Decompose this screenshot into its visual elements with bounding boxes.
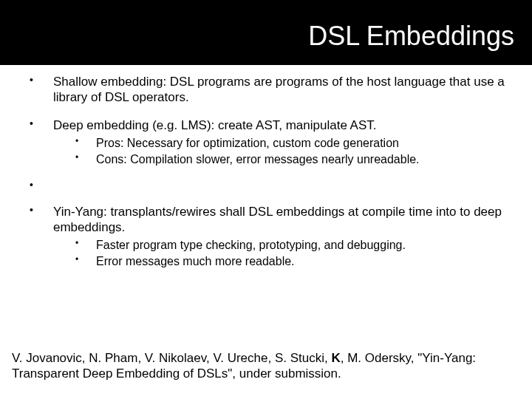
title-bar: DSL Embeddings (0, 0, 532, 65)
bullet-text: Yin-Yang: transplants/rewires shall DSL … (53, 205, 502, 234)
spacer (19, 179, 513, 204)
bullet-shallow: Shallow embedding: DSL programs are prog… (19, 74, 513, 106)
sub-bullet-text: Faster program type checking, prototypin… (96, 239, 406, 251)
bullet-yinyang: Yin-Yang: transplants/rewires shall DSL … (19, 204, 513, 270)
sub-bullet-text: Cons: Compilation slower, error messages… (96, 153, 420, 166)
sub-list-yinyang: Faster program type checking, prototypin… (53, 238, 513, 269)
slide: DSL Embeddings Shallow embedding: DSL pr… (0, 0, 532, 399)
bullet-deep: Deep embedding (e.g. LMS): create AST, m… (19, 117, 513, 167)
bullet-text: Deep embedding (e.g. LMS): create AST, m… (53, 118, 377, 132)
sub-bullet-text: Error messages much more readable. (96, 255, 295, 267)
bullet-text: Shallow embedding: DSL programs are prog… (53, 75, 505, 104)
sub-bullet-errors: Error messages much more readable. (53, 254, 513, 269)
slide-title: DSL Embeddings (308, 21, 514, 51)
sub-bullet-faster: Faster program type checking, prototypin… (53, 238, 513, 253)
slide-content: Shallow embedding: DSL programs are prog… (0, 65, 532, 269)
citation-pre: V. Jovanovic, N. Pham, V. Nikolaev, V. U… (12, 351, 331, 365)
sub-bullet-pros: Pros: Necessary for optimization, custom… (53, 136, 513, 151)
sub-list-deep: Pros: Necessary for optimization, custom… (53, 136, 513, 167)
sub-bullet-cons: Cons: Compilation slower, error messages… (53, 152, 513, 167)
citation-bold: K (331, 351, 340, 365)
bullet-list: Shallow embedding: DSL programs are prog… (19, 74, 513, 269)
sub-bullet-text: Pros: Necessary for optimization, custom… (96, 137, 399, 149)
citation: V. Jovanovic, N. Pham, V. Nikolaev, V. U… (12, 350, 511, 382)
